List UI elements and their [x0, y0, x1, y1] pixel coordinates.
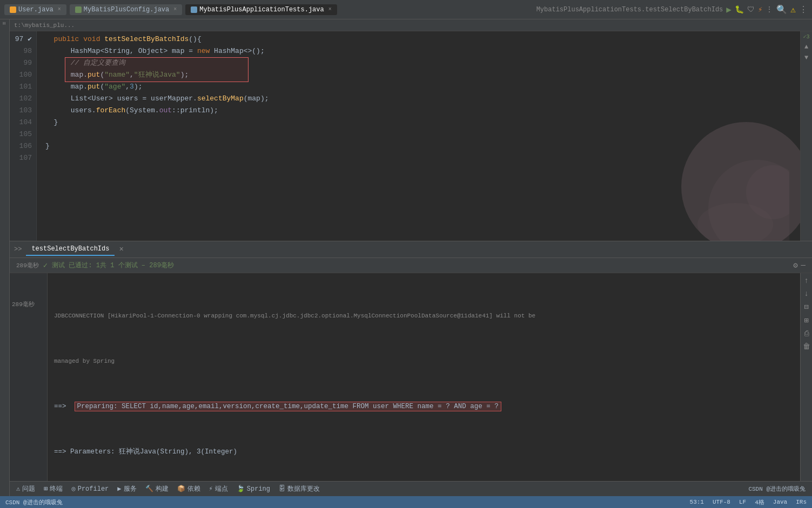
java-icon	[10, 6, 16, 13]
problems-icon: ⚠	[16, 485, 20, 493]
svg-point-2	[697, 203, 773, 241]
console-section: 289毫秒 JDBCCONNECTION [HikariPool-1-Conne…	[10, 273, 812, 481]
endpoints-label: 端点	[215, 484, 228, 493]
run-status-text: 测试 已通过: 1共 1 个测试 – 289毫秒	[52, 261, 174, 270]
services-label: 服务	[124, 484, 137, 493]
toolbar-services[interactable]: ▶ 服务	[117, 484, 136, 493]
test-icon	[191, 6, 197, 13]
status-right: 53:1 UTF-8 LF 4格 Java IRs	[690, 498, 807, 506]
ln-100: 100	[10, 69, 32, 81]
more-actions-icon[interactable]: ⋮	[799, 4, 808, 15]
top-bar: User.java × MyBatisPlusConfig.java × Myb…	[0, 0, 812, 19]
toolbar-spring[interactable]: 🍃 Spring	[237, 485, 270, 493]
time-empty3	[12, 310, 45, 322]
line-numbers: 97 ✔ 98 99 100 101 102 103 104 105 106 1…	[10, 31, 37, 241]
toolbar-build[interactable]: 🔨 构建	[145, 484, 169, 493]
lang-label[interactable]: Java	[773, 499, 787, 505]
breadcrumb-bar: t:\mybatis_plu...	[10, 19, 812, 31]
main-layout: ≡ t:\mybatis_plu... 97 ✔ 98 99 100 101 1…	[0, 19, 812, 496]
settings-icon[interactable]: ⚙	[793, 261, 797, 270]
breadcrumb: t:\mybatis_plu...	[14, 22, 75, 29]
time-label1: 289毫秒	[16, 261, 39, 269]
run-icon[interactable]: ▶	[726, 4, 732, 15]
scroll-up-btn[interactable]: ▲	[804, 43, 808, 51]
warning-count: ✓3	[803, 33, 809, 40]
time-empty2	[12, 288, 45, 299]
code-line-103: users.forEach(System.out::println);	[45, 105, 800, 117]
console-line-1: JDBCCONNECTION [HikariPool-1-Connection-…	[54, 310, 794, 322]
line-sep-label[interactable]: LF	[739, 499, 746, 505]
toolbar-endpoints[interactable]: ⚡ 端点	[209, 484, 228, 493]
tab-test-label: MybatisPlusApplicationTests.java	[199, 6, 324, 13]
run-panel-expand[interactable]: >>	[14, 246, 22, 253]
scroll-down-console[interactable]: ↓	[804, 289, 808, 298]
top-bar-right: MybatisPlusApplicationTests.testSelectBy…	[536, 4, 808, 15]
main-content: t:\mybatis_plu... 97 ✔ 98 99 100 101 102…	[10, 19, 812, 496]
profiler-icon: ◎	[71, 485, 75, 493]
sidebar-toggle[interactable]: ≡	[2, 22, 8, 25]
sort-icon[interactable]: ⊞	[804, 316, 808, 325]
run-title: MybatisPlusApplicationTests.testSelectBy…	[536, 6, 723, 13]
endpoints-icon: ⚡	[209, 485, 213, 493]
toolbar-terminal[interactable]: ⊞ 终端	[44, 484, 63, 493]
console-line-2: managed by Spring	[54, 356, 794, 367]
status-check-icon: ✓	[43, 261, 48, 270]
indent-label[interactable]: 4格	[755, 498, 764, 506]
spring-icon: 🍃	[237, 485, 245, 493]
minimize-icon[interactable]: —	[801, 261, 806, 270]
run-tab-test[interactable]: testSelectByBatchIds	[26, 243, 115, 256]
code-line-99: // 自定义要查询	[45, 57, 800, 69]
console-body: 289毫秒 JDBCCONNECTION [HikariPool-1-Conne…	[10, 273, 812, 481]
profile-icon[interactable]: ⚡	[758, 5, 762, 14]
filter-icon[interactable]: ⊟	[804, 302, 808, 311]
scroll-down-btn[interactable]: ▼	[804, 54, 808, 62]
svg-point-0	[708, 160, 789, 241]
config-icon	[75, 6, 82, 13]
run-status-bar: 289毫秒 ✓ 测试 已通过: 1共 1 个测试 – 289毫秒 ⚙ —	[10, 258, 812, 273]
help-icon[interactable]: ⚠	[790, 4, 796, 15]
toolbar-problems[interactable]: ⚠ 问题	[16, 484, 35, 493]
irs-label[interactable]: IRs	[796, 499, 807, 505]
run-tab-close[interactable]: ×	[119, 245, 123, 254]
ln-102: 102	[10, 93, 32, 105]
tab-close-user[interactable]: ×	[58, 6, 61, 12]
ln-97: 97 ✔	[10, 33, 32, 45]
deps-label: 依赖	[187, 484, 200, 493]
code-line-100: map.put("name","狂神说Java");	[45, 69, 800, 81]
tab-close-test[interactable]: ×	[328, 6, 332, 12]
scroll-up-console[interactable]: ↑	[804, 276, 808, 285]
code-area[interactable]: public void testSelectByBatchIds(){ Hash…	[37, 31, 800, 241]
toolbar-deps[interactable]: 📦 依赖	[177, 484, 200, 493]
tab-user-java[interactable]: User.java ×	[4, 4, 66, 15]
editor-right-panel: ✓3 ▲ ▼	[800, 31, 812, 241]
debug-icon[interactable]: 🐛	[735, 5, 744, 14]
services-icon: ▶	[117, 485, 121, 493]
tab-config-java[interactable]: MyBatisPlusConfig.java ×	[70, 4, 182, 15]
more-icon[interactable]: ⋮	[766, 5, 773, 14]
console-right-panel: ↑ ↓ ⊟ ⊞ ⎙ 🗑	[800, 273, 812, 481]
time-val1: 289毫秒	[12, 299, 45, 310]
tab-test-java[interactable]: MybatisPlusApplicationTests.java ×	[185, 4, 337, 15]
encoding-label[interactable]: UTF-8	[713, 499, 730, 505]
db-icon: 🗄	[279, 485, 285, 493]
terminal-label: 终端	[50, 484, 63, 493]
cursor-position[interactable]: 53:1	[690, 499, 704, 505]
run-tabs: >> testSelectByBatchIds ×	[10, 241, 812, 258]
trash-icon[interactable]: 🗑	[803, 342, 810, 351]
toolbar-db-changes[interactable]: 🗄 数据库更改	[279, 484, 320, 493]
terminal-icon: ⊞	[44, 485, 48, 493]
console-line-3: ==> Preparing: SELECT id,name,age,email,…	[54, 401, 794, 412]
ln-105: 105	[10, 128, 32, 140]
console-output: JDBCCONNECTION [HikariPool-1-Connection-…	[48, 273, 800, 481]
time-empty1	[12, 276, 45, 288]
coverage-icon[interactable]: 🛡	[747, 5, 755, 14]
bottom-right-info: CSDN @进击的哦吸兔	[748, 485, 806, 493]
tab-close-config[interactable]: ×	[173, 6, 177, 12]
print-icon[interactable]: ⎙	[804, 329, 809, 338]
ln-103: 103	[10, 105, 32, 117]
status-author: CSDN @进击的哦吸兔	[5, 498, 63, 506]
toolbar-profiler[interactable]: ◎ Profiler	[71, 485, 109, 493]
problems-label: 问题	[22, 484, 35, 493]
search-icon[interactable]: 🔍	[776, 4, 787, 15]
code-line-104: }	[45, 117, 800, 128]
